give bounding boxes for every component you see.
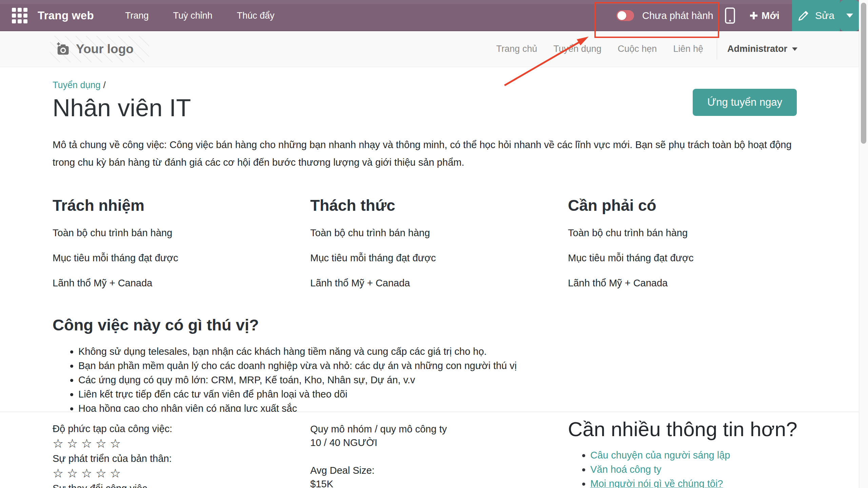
apply-now-button[interactable]: Ứng tuyển ngay (693, 89, 797, 116)
menu-item-promote[interactable]: Thúc đẩy (237, 11, 275, 21)
more-info-links: Câu chuyện của người sáng lập Văn hoá cô… (568, 448, 797, 488)
breadcrumb-jobs-link[interactable]: Tuyển dụng (53, 80, 101, 90)
column-responsibilities: Trách nhiệm Toàn bộ chu trình bán hàng M… (53, 196, 310, 301)
backend-navbar: Trang web Trang Tuỳ chỉnh Thúc đẩy Chưa … (0, 0, 868, 31)
column-item: Toàn bộ chu trình bán hàng (568, 226, 797, 240)
site-logo[interactable]: Your logo (56, 31, 134, 67)
column-musthave: Cần phải có Toàn bộ chu trình bán hàng M… (568, 196, 797, 301)
publish-status-label: Chưa phát hành (642, 10, 713, 21)
publish-group: Chưa phát hành (616, 0, 713, 31)
edit-dropdown-button[interactable] (840, 0, 859, 31)
job-columns: Trách nhiệm Toàn bộ chu trình bán hàng M… (53, 196, 797, 301)
site-nav-home[interactable]: Trang chủ (496, 44, 537, 54)
caret-down-icon (846, 14, 853, 18)
user-menu[interactable]: Administrator (727, 44, 797, 54)
perk-item: Bạn bán phần mềm quản lý cho các doanh n… (78, 359, 797, 373)
column-challenges: Thách thức Toàn bộ chu trình bán hàng Mụ… (310, 196, 568, 301)
stat-label: Quy mô nhóm / quy mô công ty (310, 422, 447, 436)
app-name[interactable]: Trang web (38, 9, 94, 22)
site-header: Your logo Trang chủ Tuyển dụng Cuộc hẹn … (0, 31, 859, 67)
rating-stars-empty: ☆☆☆☆☆ (53, 436, 172, 451)
stat-label: Avg Deal Size: (310, 464, 447, 477)
nav-divider (717, 39, 717, 60)
user-caret-down-icon (792, 47, 797, 51)
page-title: Nhân viên IT (53, 93, 797, 122)
column-item: Toàn bộ chu trình bán hàng (53, 226, 310, 240)
publish-toggle-knob (617, 11, 626, 20)
new-button[interactable]: Mới (750, 0, 780, 31)
column-item: Toàn bộ chu trình bán hàng (310, 226, 568, 240)
breadcrumb-separator: / (103, 80, 106, 90)
site-nav-contact[interactable]: Liên hệ (673, 44, 703, 54)
more-info-heading: Cần nhiều thông tin hơn? (568, 418, 797, 441)
company-culture-link[interactable]: Văn hoá công ty (590, 464, 662, 475)
perk-item: Liên kết trực tiếp đến các tư vấn viên đ… (78, 387, 797, 401)
column-item: Mục tiêu mỗi tháng đạt được (310, 251, 568, 265)
apps-grid-icon[interactable] (12, 8, 27, 23)
perks-list: Không sử dụng telesales, bạn nhận các kh… (53, 344, 797, 415)
edit-button-label: Sửa (815, 10, 834, 21)
user-menu-label: Administrator (727, 44, 787, 54)
column-heading: Trách nhiệm (53, 196, 310, 215)
menu-item-pages[interactable]: Trang (125, 11, 149, 21)
column-item: Lãnh thổ Mỹ + Canada (568, 276, 797, 290)
navbar-left-group: Trang web Trang Tuỳ chỉnh Thúc đẩy (12, 0, 275, 31)
rating-stars-empty: ☆☆☆☆☆ (53, 466, 172, 481)
job-page: Tuyển dụng / Nhân viên IT Ứng tuyển ngay… (0, 67, 859, 415)
scrollbar-thumb[interactable] (861, 3, 866, 144)
rating-label: Sự thay đổi công việc (53, 481, 172, 488)
camera-plus-icon (56, 42, 71, 56)
stat-value: 10 / 40 NGƯỜI (310, 436, 447, 449)
list-item: Mọi người nói gì về chúng tôi? (590, 476, 797, 488)
job-footer: Độ phức tạp của công việc: ☆☆☆☆☆ Sự phát… (0, 412, 859, 488)
footer-more-info: Cần nhiều thông tin hơn? Câu chuyện của … (568, 418, 797, 488)
screen: Trang web Trang Tuỳ chỉnh Thúc đẩy Chưa … (0, 0, 868, 488)
plus-icon (750, 12, 757, 19)
footer-stats: Quy mô nhóm / quy mô công ty 10 / 40 NGƯ… (310, 422, 447, 488)
spacer (310, 449, 447, 464)
footer-ratings: Độ phức tạp của công việc: ☆☆☆☆☆ Sự phát… (53, 421, 172, 488)
site-nav: Trang chủ Tuyển dụng Cuộc hẹn Liên hệ Ad… (496, 31, 797, 67)
testimonials-link[interactable]: Mọi người nói gì về chúng tôi? (590, 478, 723, 488)
pencil-icon (797, 9, 810, 22)
column-item: Lãnh thổ Mỹ + Canada (53, 276, 310, 290)
perks-heading: Công việc này có gì thú vị? (53, 316, 797, 334)
menu-item-customize[interactable]: Tuỳ chỉnh (173, 11, 212, 21)
new-button-label: Mới (762, 10, 780, 21)
rating-label: Sự phát triển của bản thân: (53, 451, 172, 466)
navbar-menu: Trang Tuỳ chỉnh Thúc đẩy (125, 11, 275, 21)
perk-item: Các ứng dụng có quy mô lớn: CRM, MRP, Kế… (78, 373, 797, 387)
job-description: Mô tả chung về công việc: Công việc bán … (53, 136, 797, 171)
column-heading: Thách thức (310, 196, 568, 215)
stat-value: $15K (310, 477, 447, 488)
mobile-preview-button[interactable] (725, 0, 735, 31)
breadcrumb: Tuyển dụng / (53, 80, 797, 90)
list-item: Văn hoá công ty (590, 462, 797, 476)
site-nav-jobs[interactable]: Tuyển dụng (553, 44, 601, 54)
edit-button[interactable]: Sửa (792, 0, 840, 31)
list-item: Câu chuyện của người sáng lập (590, 448, 797, 462)
scrollbar-track[interactable] (859, 0, 868, 488)
column-item: Lãnh thổ Mỹ + Canada (310, 276, 568, 290)
perk-item: Không sử dụng telesales, bạn nhận các kh… (78, 344, 797, 359)
column-heading: Cần phải có (568, 196, 797, 215)
founder-story-link[interactable]: Câu chuyện của người sáng lập (590, 450, 730, 461)
mobile-phone-icon (725, 7, 735, 24)
column-item: Mục tiêu mỗi tháng đạt được (568, 251, 797, 265)
publish-toggle[interactable] (616, 10, 634, 21)
site-nav-appointments[interactable]: Cuộc hẹn (618, 44, 657, 54)
column-item: Mục tiêu mỗi tháng đạt được (53, 251, 310, 265)
rating-label: Độ phức tạp của công việc: (53, 421, 172, 436)
perks-section: Công việc này có gì thú vị? Không sử dụn… (53, 316, 797, 415)
logo-text: Your logo (76, 42, 134, 56)
